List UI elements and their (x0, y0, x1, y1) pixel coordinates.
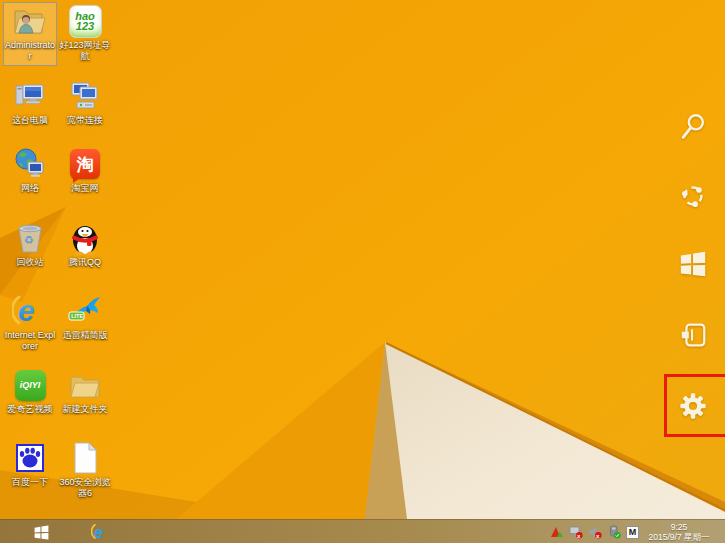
desktop-icon-thunder-lite[interactable]: LITE 迅雷精简版 (58, 292, 112, 356)
desktop-icon-administrator[interactable]: Administrator (3, 2, 57, 66)
icon-label: 腾讯QQ (69, 257, 101, 268)
icon-label: 回收站 (17, 257, 44, 268)
charm-search[interactable] (678, 112, 708, 142)
charm-start[interactable] (678, 249, 708, 279)
folder-icon (67, 367, 103, 403)
icon-label: 宽带连接 (67, 115, 103, 126)
desktop-icon-hao123[interactable]: hao 123 好123网址导航 (58, 2, 112, 66)
taskbar-internet-explorer-button[interactable]: e (86, 520, 116, 543)
svg-text:x: x (596, 532, 600, 539)
windows-logo-icon (33, 524, 50, 541)
svg-text:LITE: LITE (71, 313, 83, 319)
desktop-icon-internet-explorer[interactable]: e Internet Explorer (3, 292, 57, 356)
clock-time: 9:25 (639, 522, 719, 532)
iqiyi-icon: iQIYI (12, 367, 48, 403)
hao123-icon: hao 123 (67, 3, 103, 39)
desktop-icon-recycle-bin[interactable]: ♻ 回收站 (3, 219, 57, 283)
icon-label: Internet Explorer (4, 330, 56, 351)
volume-muted-icon[interactable]: x (588, 525, 602, 539)
icon-label: 360安全浏览器6 (59, 477, 111, 498)
desktop-icon-this-pc[interactable]: 这台电脑 (3, 77, 57, 141)
clock-date: 2015/9/7 星期一 (639, 532, 719, 542)
icon-label: 这台电脑 (12, 115, 48, 126)
windows-logo-icon (678, 249, 708, 279)
recycle-bin-icon: ♻ (12, 220, 48, 256)
svg-text:x: x (577, 532, 581, 539)
icon-label: 百度一下 (12, 477, 48, 488)
desktop-icon-new-folder[interactable]: 新建文件夹 (58, 366, 112, 430)
user-folder-icon (12, 3, 48, 39)
desktop-icon-network[interactable]: 网络 (3, 145, 57, 209)
desktop-icon-iqiyi[interactable]: iQIYI 爱奇艺视频 (3, 366, 57, 430)
taskbar: e x x M 9:25 2015/9/7 星期一 (0, 519, 725, 543)
blank-document-icon (67, 440, 103, 476)
devices-icon (678, 320, 708, 350)
network-globe-icon (12, 146, 48, 182)
input-method-indicator[interactable]: M (626, 526, 639, 539)
internet-explorer-icon: e (91, 522, 111, 542)
icon-label: 网络 (21, 183, 39, 194)
desktop-icon-qq[interactable]: 腾讯QQ (58, 219, 112, 283)
icon-label: 迅雷精简版 (63, 330, 108, 341)
search-icon (678, 112, 708, 142)
desktop-icon-360-browser[interactable]: 360安全浏览器6 (58, 439, 112, 503)
graphics-utility-tray-icon[interactable] (550, 525, 564, 539)
icon-label: 爱奇艺视频 (8, 404, 53, 415)
network-disconnected-icon[interactable]: x (569, 525, 583, 539)
qq-penguin-icon (67, 220, 103, 256)
svg-text:e: e (94, 523, 103, 541)
svg-text:e: e (18, 294, 35, 327)
icon-label: 新建文件夹 (63, 404, 108, 415)
baidu-paw-icon (12, 440, 48, 476)
internet-explorer-icon: e (12, 293, 48, 329)
share-icon (678, 181, 708, 211)
desktop-icon-baidu[interactable]: 百度一下 (3, 439, 57, 503)
taobao-icon: 淘 (67, 146, 103, 182)
settings-highlight-annotation (664, 374, 725, 437)
computer-icon (12, 78, 48, 114)
broadband-connection-icon (67, 78, 103, 114)
thunder-bird-icon: LITE (67, 293, 103, 329)
device-safely-remove-icon[interactable] (607, 525, 621, 539)
desktop-icon-taobao[interactable]: 淘 淘宝网 (58, 145, 112, 209)
charm-devices[interactable] (678, 320, 708, 350)
charm-share[interactable] (678, 181, 708, 211)
taskbar-clock[interactable]: 9:25 2015/9/7 星期一 (639, 522, 719, 542)
start-button[interactable] (26, 520, 56, 543)
icon-label: Administrator (4, 40, 56, 61)
system-tray: x x M (550, 520, 639, 543)
svg-text:♻: ♻ (24, 234, 34, 246)
icon-label: 好123网址导航 (59, 40, 111, 61)
desktop-icon-broadband[interactable]: 宽带连接 (58, 77, 112, 141)
icon-label: 淘宝网 (72, 183, 99, 194)
